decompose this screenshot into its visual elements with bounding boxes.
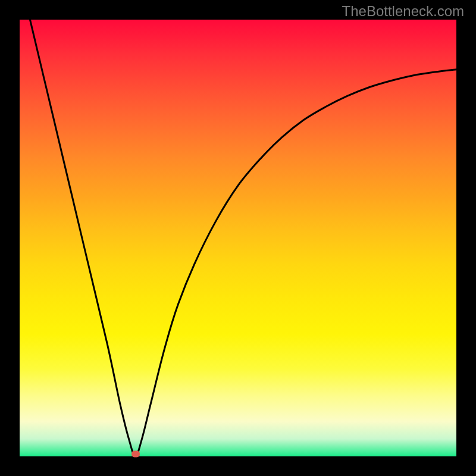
chart-frame: TheBottleneck.com	[0, 0, 476, 476]
curve-layer	[20, 20, 456, 456]
watermark-text: TheBottleneck.com	[342, 3, 464, 20]
plot-area	[20, 20, 456, 456]
bottleneck-curve	[20, 0, 456, 456]
min-marker	[131, 451, 140, 458]
